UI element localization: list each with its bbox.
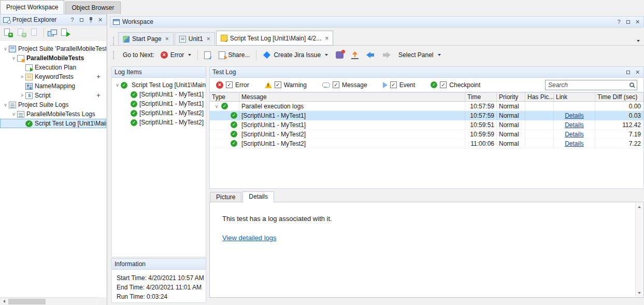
add-existing-item-icon[interactable] bbox=[17, 28, 26, 37]
maximize-icon[interactable] bbox=[78, 18, 85, 22]
tree-item-icon bbox=[25, 74, 33, 80]
doc-tab-script-test-log[interactable]: Script Test Log [Unit1\Main] 4/2... bbox=[216, 31, 334, 46]
select-panel-button[interactable]: Select Panel bbox=[397, 50, 442, 60]
tab-details[interactable]: Details bbox=[242, 191, 274, 203]
details-link[interactable]: Details bbox=[565, 121, 584, 129]
expand-arrow[interactable] bbox=[2, 46, 9, 51]
tab-picture[interactable]: Picture bbox=[210, 192, 241, 202]
column-time-diff[interactable]: Time Diff (sec) bbox=[595, 93, 643, 101]
add-new-item-icon[interactable] bbox=[3, 28, 13, 37]
tree-item-parallelmobiletests-logs[interactable]: ParallelMobileTests Logs bbox=[0, 109, 106, 119]
close-icon[interactable] bbox=[97, 16, 104, 23]
tree-item-keywordtests[interactable]: KeywordTests bbox=[0, 72, 106, 81]
add-item-button[interactable] bbox=[95, 73, 102, 80]
tree-item-namemapping[interactable]: NameMapping bbox=[0, 81, 106, 91]
filter-warning[interactable]: Warning bbox=[265, 81, 307, 89]
details-link[interactable]: Details bbox=[565, 140, 584, 147]
expand-arrow[interactable] bbox=[10, 112, 17, 117]
tab-project-workspace[interactable]: Project Workspace bbox=[0, 0, 64, 14]
search-input[interactable] bbox=[548, 81, 628, 89]
event-checkbox[interactable] bbox=[390, 81, 397, 88]
error-checkbox[interactable] bbox=[226, 81, 233, 88]
go-to-next-error-button[interactable]: Error bbox=[159, 50, 193, 60]
details-link[interactable]: Details bbox=[565, 131, 584, 138]
maximize-icon[interactable] bbox=[625, 71, 632, 74]
chevron-down-icon bbox=[188, 54, 191, 56]
doc-tab-start-page[interactable]: Start Page bbox=[118, 32, 174, 45]
pin-icon[interactable] bbox=[88, 17, 94, 23]
details-link[interactable]: Details bbox=[565, 112, 584, 119]
close-tab-icon[interactable] bbox=[325, 35, 328, 42]
log-time: 10:57:59 bbox=[465, 111, 497, 120]
checkpoint-checkbox[interactable] bbox=[440, 81, 447, 88]
column-has-picture[interactable]: Has Pic... bbox=[525, 93, 554, 101]
share-button[interactable]: Share... bbox=[217, 50, 251, 60]
warning-checkbox[interactable] bbox=[275, 81, 281, 88]
upload-button[interactable] bbox=[350, 50, 360, 60]
close-icon[interactable] bbox=[634, 18, 641, 25]
run-test-icon[interactable] bbox=[60, 28, 70, 37]
doc-tab-unit1[interactable]: Unit1 bbox=[175, 32, 215, 45]
expand-arrow[interactable] bbox=[19, 93, 25, 98]
log-row[interactable]: [Script\Unit1 - MyTest2] 10:59:59 Normal… bbox=[210, 130, 643, 139]
column-link[interactable]: Link bbox=[554, 93, 595, 101]
column-type[interactable]: Type bbox=[210, 93, 239, 101]
scroll-down-icon[interactable] bbox=[636, 289, 643, 297]
info-run-time: Run Time: 0:03:24 bbox=[117, 292, 201, 301]
log-row[interactable]: [Script\Unit1 - MyTest1] 10:57:59 Normal… bbox=[210, 111, 643, 120]
help-icon[interactable] bbox=[616, 18, 622, 25]
filter-message[interactable]: Message bbox=[322, 81, 367, 89]
tree-item-project-suite-logs[interactable]: Project Suite Logs bbox=[0, 100, 106, 109]
filter-checkpoint[interactable]: Checkpoint bbox=[431, 81, 480, 89]
scroll-left-icon[interactable] bbox=[0, 298, 8, 305]
expand-arrow[interactable] bbox=[10, 56, 17, 61]
drag-handle[interactable] bbox=[113, 37, 116, 45]
new-document-icon[interactable] bbox=[30, 28, 40, 37]
back-button[interactable] bbox=[365, 51, 376, 59]
column-time[interactable]: Time bbox=[465, 93, 497, 101]
forward-button[interactable] bbox=[381, 51, 392, 59]
log-item[interactable]: [Script\Unit1 - MyTest2] bbox=[112, 118, 206, 127]
log-items-root[interactable]: Script Test Log [Unit1\Main] bbox=[112, 80, 206, 90]
tree-item-project-suite-parallelmobiletests[interactable]: Project Suite 'ParallelMobileTests' ( bbox=[0, 44, 106, 53]
horizontal-scrollbar[interactable] bbox=[0, 297, 98, 305]
report-problem-button[interactable] bbox=[334, 50, 345, 60]
column-priority[interactable]: Priority bbox=[497, 93, 525, 101]
tree-item-icon bbox=[17, 111, 24, 118]
create-jira-issue-button[interactable]: Create Jira Issue bbox=[261, 50, 330, 60]
expand-arrow[interactable] bbox=[114, 82, 121, 88]
expand-arrow[interactable] bbox=[19, 74, 25, 79]
tab-object-browser[interactable]: Object Browser bbox=[65, 2, 120, 14]
view-detailed-logs-link[interactable]: View detailed logs bbox=[222, 234, 277, 242]
tree-item-execution-plan[interactable]: Execution Plan bbox=[0, 63, 106, 72]
message-checkbox[interactable] bbox=[333, 81, 339, 88]
tab-overflow-icon[interactable] bbox=[635, 36, 640, 44]
log-item[interactable]: [Script\Unit1 - MyTest2] bbox=[112, 108, 206, 118]
vertical-scrollbar[interactable] bbox=[635, 203, 643, 297]
maximize-icon[interactable] bbox=[625, 20, 632, 24]
log-row[interactable]: [Script\Unit1 - MyTest1] 10:59:51 Normal… bbox=[210, 120, 643, 130]
log-item[interactable]: [Script\Unit1 - MyTest1] bbox=[112, 90, 206, 99]
select-results-button[interactable] bbox=[203, 50, 212, 60]
tree-item-script[interactable]: Script bbox=[0, 91, 106, 100]
add-item-button[interactable] bbox=[95, 92, 102, 99]
close-tab-icon[interactable] bbox=[165, 35, 169, 43]
log-item[interactable]: [Script\Unit1 - MyTest1] bbox=[112, 99, 206, 108]
expand-arrow[interactable] bbox=[2, 102, 9, 107]
tree-item-script-test-log-unit1-main[interactable]: Script Test Log [Unit1\Main] bbox=[0, 119, 106, 128]
close-tab-icon[interactable] bbox=[207, 35, 210, 43]
scroll-up-icon[interactable] bbox=[636, 203, 643, 211]
tree-item-parallelmobiletests[interactable]: ParallelMobileTests bbox=[0, 53, 106, 63]
log-row[interactable]: [Script\Unit1 - MyTest2] 11:00:06 Normal… bbox=[210, 139, 643, 148]
filter-event[interactable]: Event bbox=[383, 81, 416, 89]
column-message[interactable]: Message bbox=[239, 93, 465, 101]
log-row[interactable]: Parallel execution logs 10:57:59 Normal … bbox=[210, 102, 643, 111]
scrollbar-thumb[interactable] bbox=[8, 299, 46, 304]
drag-handle[interactable] bbox=[113, 51, 116, 59]
collapse-arrow[interactable] bbox=[212, 104, 221, 109]
log-table-header[interactable]: Type Message Time Priority Has Pic... Li… bbox=[209, 92, 644, 102]
help-icon[interactable] bbox=[69, 16, 76, 23]
close-icon[interactable] bbox=[634, 68, 641, 76]
filter-error[interactable]: Error bbox=[216, 81, 249, 89]
manage-suite-icon[interactable] bbox=[48, 30, 56, 36]
